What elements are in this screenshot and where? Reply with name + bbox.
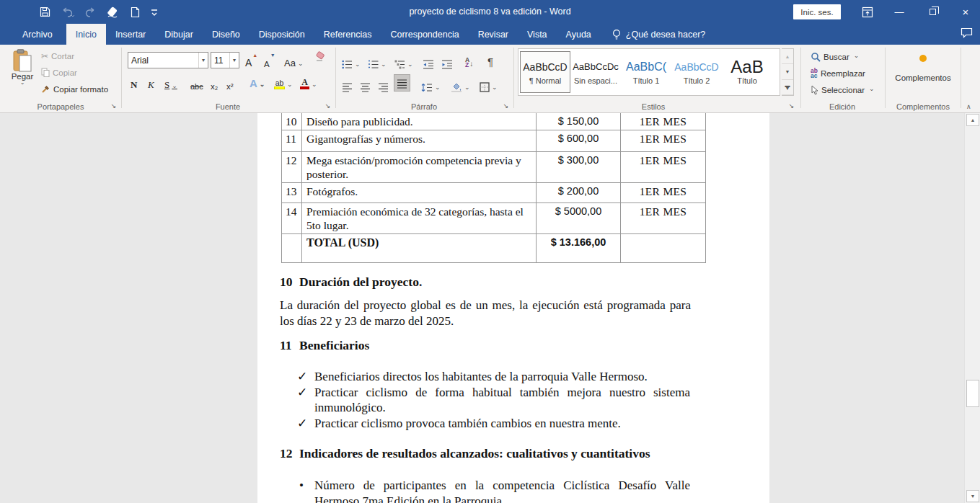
row-time[interactable]: 1ER MES bbox=[621, 113, 706, 130]
restore-button[interactable] bbox=[922, 0, 943, 24]
row-price[interactable]: $ 600,00 bbox=[537, 130, 621, 152]
tab-disposicion[interactable]: Disposición bbox=[250, 24, 314, 45]
shading-button[interactable] bbox=[451, 76, 470, 92]
font-size-dropdown-icon[interactable]: ▾ bbox=[229, 53, 236, 68]
clear-formatting-button[interactable] bbox=[315, 51, 327, 62]
vertical-scrollbar[interactable]: ▲ ▼ bbox=[964, 113, 980, 503]
row-desc[interactable]: Diseño para publicidad. bbox=[302, 113, 537, 130]
ink-pen-icon[interactable] bbox=[107, 6, 120, 18]
styles-gallery-more[interactable]: ▬▼ bbox=[782, 80, 793, 95]
style-titulo-2[interactable]: AaBbCcD Título 2 bbox=[671, 51, 722, 93]
save-icon[interactable] bbox=[40, 6, 50, 17]
underline-button[interactable]: S bbox=[164, 75, 177, 91]
tab-dibujar[interactable]: Dibujar bbox=[155, 24, 203, 45]
highlight-button[interactable]: ab bbox=[274, 74, 293, 89]
subscript-button[interactable]: x₂ bbox=[211, 75, 218, 91]
paste-button[interactable]: Pegar ⌄ bbox=[7, 49, 37, 85]
justify-button[interactable] bbox=[394, 75, 410, 91]
scrollbar-thumb[interactable] bbox=[966, 380, 979, 407]
numbering-button[interactable] bbox=[368, 53, 387, 69]
row-num[interactable] bbox=[282, 234, 302, 263]
table-row[interactable]: 11 Gigantografías y números. $ 600,00 1E… bbox=[282, 130, 706, 152]
document-page[interactable]: 10 Diseño para publicidad. $ 150,00 1ER … bbox=[257, 113, 769, 503]
list-item[interactable]: • Número de participantes en la competen… bbox=[297, 478, 690, 503]
paragraph-duracion[interactable]: La duración del proyecto global es de un… bbox=[280, 298, 691, 329]
redo-icon[interactable] bbox=[85, 7, 96, 17]
text-effects-button[interactable]: A bbox=[250, 74, 265, 89]
row-num[interactable]: 13 bbox=[282, 183, 302, 203]
paste-dropdown-icon[interactable]: ⌄ bbox=[7, 81, 37, 85]
format-painter-button[interactable]: Copiar formato bbox=[41, 84, 108, 94]
row-num[interactable]: 12 bbox=[282, 152, 302, 183]
row-desc[interactable]: Premiación económica de 32 categorías, h… bbox=[302, 203, 537, 234]
align-right-button[interactable] bbox=[378, 76, 389, 92]
row-num[interactable]: 11 bbox=[282, 130, 302, 152]
grow-font-button[interactable]: A▲ bbox=[245, 53, 257, 68]
row-num[interactable]: 14 bbox=[282, 203, 302, 234]
font-color-button[interactable]: A bbox=[300, 74, 317, 89]
sign-in-button[interactable]: Inic. ses. bbox=[793, 4, 841, 19]
replace-button[interactable]: ab ac Reemplazar bbox=[811, 68, 865, 79]
decrease-indent-button[interactable] bbox=[423, 53, 434, 69]
tab-correspondencia[interactable]: Correspondencia bbox=[381, 24, 468, 45]
row-time[interactable]: 1ER MES bbox=[621, 130, 706, 152]
row-price[interactable]: $ 5000,00 bbox=[537, 203, 621, 234]
heading-beneficiarios[interactable]: 11 Beneficiarios bbox=[280, 338, 691, 353]
tab-revisar[interactable]: Revisar bbox=[469, 24, 518, 45]
row-desc[interactable]: Gigantografías y números. bbox=[302, 130, 537, 152]
list-item[interactable]: ✓ Beneficiarios directos los habitantes … bbox=[297, 369, 690, 385]
heading-duracion[interactable]: 10 Duración del proyecto. bbox=[280, 275, 691, 290]
style-normal[interactable]: AaBbCcD ¶ Normal bbox=[520, 51, 570, 93]
table-row[interactable]: 10 Diseño para publicidad. $ 150,00 1ER … bbox=[282, 113, 706, 130]
style-titulo-1[interactable]: AaBbC( Título 1 bbox=[621, 51, 671, 93]
tab-referencias[interactable]: Referencias bbox=[314, 24, 381, 45]
table-row[interactable]: 14 Premiación económica de 32 categorías… bbox=[282, 203, 706, 234]
style-titulo[interactable]: AaB Título bbox=[722, 51, 772, 93]
font-name-dropdown-icon[interactable]: ▾ bbox=[198, 53, 205, 68]
styles-scroll-up[interactable]: ▲ bbox=[782, 49, 793, 64]
tab-archivo[interactable]: Archivo bbox=[13, 24, 62, 45]
tab-vista[interactable]: Vista bbox=[518, 24, 557, 45]
total-label[interactable]: TOTAL (USD) bbox=[302, 234, 537, 263]
increase-indent-button[interactable] bbox=[441, 53, 453, 69]
addins-button[interactable]: Complementos bbox=[893, 50, 953, 82]
paragraph-dialog-launcher[interactable]: ↘ bbox=[502, 102, 510, 110]
align-center-button[interactable] bbox=[360, 76, 371, 92]
row-num[interactable]: 10 bbox=[282, 113, 302, 130]
show-marks-button[interactable]: ¶ bbox=[487, 52, 493, 68]
close-button[interactable]: × bbox=[955, 0, 976, 24]
style-sin-espaciado[interactable]: AaBbCcDc Sin espaci... bbox=[570, 51, 621, 93]
tab-insertar[interactable]: Insertar bbox=[106, 24, 155, 45]
sort-button[interactable]: A Z ↓ bbox=[465, 52, 473, 68]
undo-icon[interactable] bbox=[61, 7, 74, 17]
collapse-ribbon-button[interactable]: ∧ bbox=[966, 103, 971, 110]
select-button[interactable]: Seleccionar bbox=[811, 85, 875, 95]
minimize-button[interactable]: — bbox=[888, 0, 910, 24]
tell-me-box[interactable]: ¿Qué desea hacer? bbox=[612, 24, 706, 45]
row-price[interactable]: $ 150,00 bbox=[537, 113, 621, 130]
change-case-button[interactable]: Aa bbox=[284, 53, 303, 68]
scroll-up-button[interactable]: ▲ bbox=[966, 114, 979, 126]
clipboard-dialog-launcher[interactable]: ↘ bbox=[110, 102, 118, 110]
scroll-down-button[interactable]: ▼ bbox=[966, 490, 979, 502]
styles-dialog-launcher[interactable]: ↘ bbox=[787, 102, 795, 110]
list-item[interactable]: ✓ Practicar ciclismo de forma habitual t… bbox=[297, 385, 690, 416]
customize-qat-icon[interactable] bbox=[151, 8, 158, 17]
styles-scroll-down[interactable]: ▼ bbox=[782, 64, 793, 79]
bullets-button[interactable] bbox=[342, 53, 361, 69]
cut-button[interactable]: ✂ Cortar bbox=[41, 51, 74, 61]
multilevel-list-button[interactable] bbox=[394, 53, 413, 69]
row-time[interactable] bbox=[621, 234, 706, 263]
row-desc[interactable]: Fotógrafos. bbox=[302, 183, 537, 203]
row-time[interactable]: 1ER MES bbox=[621, 183, 706, 203]
row-time[interactable]: 1ER MES bbox=[621, 203, 706, 234]
line-spacing-button[interactable] bbox=[421, 76, 441, 92]
table-row[interactable]: 13 Fotógrafos. $ 200,00 1ER MES bbox=[282, 183, 706, 203]
ribbon-display-options-icon[interactable] bbox=[857, 0, 878, 24]
font-size-combo[interactable]: 11 ▾ bbox=[211, 52, 239, 68]
row-price[interactable]: $ 200,00 bbox=[537, 183, 621, 203]
heading-indicadores[interactable]: 12 Indicadores de resultados alcanzados:… bbox=[280, 446, 691, 461]
feedback-icon[interactable] bbox=[961, 27, 973, 38]
copy-button[interactable]: Copiar bbox=[41, 68, 77, 77]
font-name-combo[interactable]: Arial ▾ bbox=[128, 52, 208, 68]
